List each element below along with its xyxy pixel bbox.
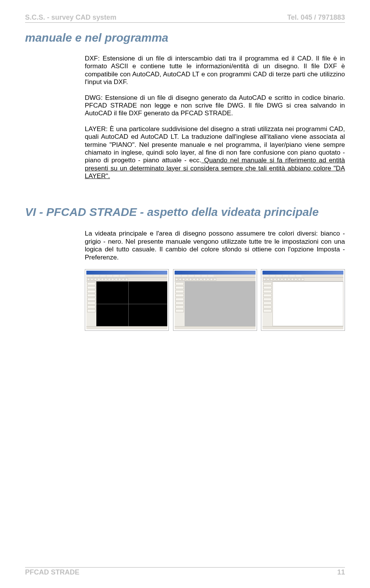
page-footer: PFCAD STRADE 11 xyxy=(25,567,345,576)
footer-page-number: 11 xyxy=(337,568,345,576)
canvas-gray-icon xyxy=(185,281,256,326)
thumbnail-white-bg xyxy=(261,269,345,331)
paragraph-layer: LAYER: È una particolare suddivisione de… xyxy=(85,125,345,180)
footer-left: PFCAD STRADE xyxy=(25,568,79,576)
window-sidetools-icon xyxy=(175,281,185,326)
section-2-body: La videata principale e l'area di disegn… xyxy=(85,230,345,331)
paragraph-dxf: DXF: Estensione di un file di interscamb… xyxy=(85,55,345,86)
canvas-white-icon xyxy=(272,281,343,326)
header-right: Tel. 045 / 7971883 xyxy=(287,13,345,22)
window-sidetools-icon xyxy=(262,281,272,326)
section-1-body: DXF: Estensione di un file di interscamb… xyxy=(85,55,345,180)
window-statusbar-icon xyxy=(175,326,256,329)
window-menubar-icon xyxy=(175,275,256,278)
window-titlebar-icon xyxy=(175,271,256,275)
window-menubar-icon xyxy=(86,275,167,278)
window-sidetools-icon xyxy=(86,281,96,326)
window-statusbar-icon xyxy=(86,326,167,329)
page-header: S.C.S. - survey CAD system Tel. 045 / 79… xyxy=(25,13,345,23)
window-toolbar-icon xyxy=(175,278,256,281)
section-title-1: manuale e nel programma xyxy=(25,31,345,44)
canvas-black-icon xyxy=(96,281,167,326)
window-titlebar-icon xyxy=(86,271,167,275)
screenshot-thumbnails-row xyxy=(85,269,345,331)
section-title-2: VI - PFCAD STRADE - aspetto della videat… xyxy=(25,205,345,219)
paragraph-videata: La videata principale e l'area di disegn… xyxy=(85,230,345,261)
window-toolbar-icon xyxy=(86,278,167,281)
thumbnail-black-bg xyxy=(85,269,169,331)
window-statusbar-icon xyxy=(262,326,343,329)
header-left: S.C.S. - survey CAD system xyxy=(25,13,116,22)
window-menubar-icon xyxy=(262,275,343,278)
window-toolbar-icon xyxy=(262,278,343,281)
paragraph-dwg: DWG: Estensione di un file di disegno ge… xyxy=(85,94,345,118)
thumbnail-gray-bg xyxy=(173,269,257,331)
window-titlebar-icon xyxy=(262,271,343,275)
